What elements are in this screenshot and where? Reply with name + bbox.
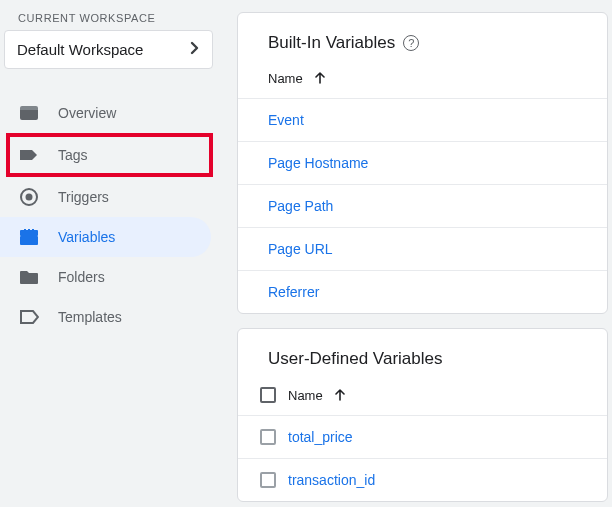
nav-item-triggers[interactable]: Triggers [0, 177, 211, 217]
panel-title-row: User-Defined Variables [238, 329, 607, 375]
folder-icon [18, 269, 40, 285]
user-row[interactable]: total_price [238, 416, 607, 459]
builtin-table-header[interactable]: Name [238, 59, 607, 99]
navigation: Overview Tags Triggers Variables [0, 93, 225, 337]
variable-name: total_price [288, 429, 353, 445]
svg-rect-4 [24, 229, 26, 233]
workspace-picker[interactable]: Default Workspace [4, 30, 213, 69]
builtin-variables-panel: Built-In Variables ? Name Event Page Hos… [237, 12, 608, 314]
svg-point-1 [26, 194, 33, 201]
builtin-row[interactable]: Page Path [238, 185, 607, 228]
variable-name: Event [268, 112, 304, 128]
nav-label: Overview [58, 105, 116, 121]
nav-label: Tags [58, 147, 88, 163]
builtin-row[interactable]: Referrer [238, 271, 607, 313]
row-checkbox[interactable] [260, 472, 276, 488]
variable-name: transaction_id [288, 472, 375, 488]
user-row[interactable]: transaction_id [238, 459, 607, 501]
nav-label: Templates [58, 309, 122, 325]
user-variables-panel: User-Defined Variables Name total_price … [237, 328, 608, 502]
trigger-icon [18, 187, 40, 207]
nav-item-tags[interactable]: Tags [0, 135, 211, 175]
sidebar: CURRENT WORKSPACE Default Workspace Over… [0, 0, 225, 507]
nav-item-folders[interactable]: Folders [0, 257, 211, 297]
nav-label: Folders [58, 269, 105, 285]
panel-title-row: Built-In Variables ? [238, 13, 607, 59]
nav-label: Variables [58, 229, 115, 245]
variable-name: Page Hostname [268, 155, 368, 171]
main-content: Built-In Variables ? Name Event Page Hos… [225, 0, 612, 507]
svg-rect-5 [28, 229, 30, 233]
variable-name: Page URL [268, 241, 333, 257]
panel-title: User-Defined Variables [268, 349, 442, 369]
svg-rect-6 [32, 229, 34, 233]
workspace-section-label: CURRENT WORKSPACE [0, 10, 225, 30]
column-name: Name [268, 71, 303, 86]
builtin-row[interactable]: Page URL [238, 228, 607, 271]
workspace-name: Default Workspace [17, 41, 143, 58]
chevron-right-icon [190, 41, 200, 58]
nav-label: Triggers [58, 189, 109, 205]
overview-icon [18, 105, 40, 121]
builtin-row[interactable]: Page Hostname [238, 142, 607, 185]
tag-icon [18, 147, 40, 163]
svg-rect-2 [20, 236, 38, 245]
column-name: Name [288, 388, 323, 403]
nav-item-templates[interactable]: Templates [0, 297, 211, 337]
sort-asc-icon [315, 72, 325, 87]
select-all-checkbox[interactable] [260, 387, 276, 403]
variable-name: Page Path [268, 198, 333, 214]
template-icon [18, 309, 40, 325]
help-icon[interactable]: ? [403, 35, 419, 51]
variable-name: Referrer [268, 284, 319, 300]
nav-item-variables[interactable]: Variables [0, 217, 211, 257]
builtin-row[interactable]: Event [238, 99, 607, 142]
user-table-header[interactable]: Name [238, 375, 607, 416]
sort-asc-icon [335, 389, 345, 404]
variables-icon [18, 229, 40, 245]
panel-title: Built-In Variables [268, 33, 395, 53]
nav-item-overview[interactable]: Overview [0, 93, 211, 133]
row-checkbox[interactable] [260, 429, 276, 445]
